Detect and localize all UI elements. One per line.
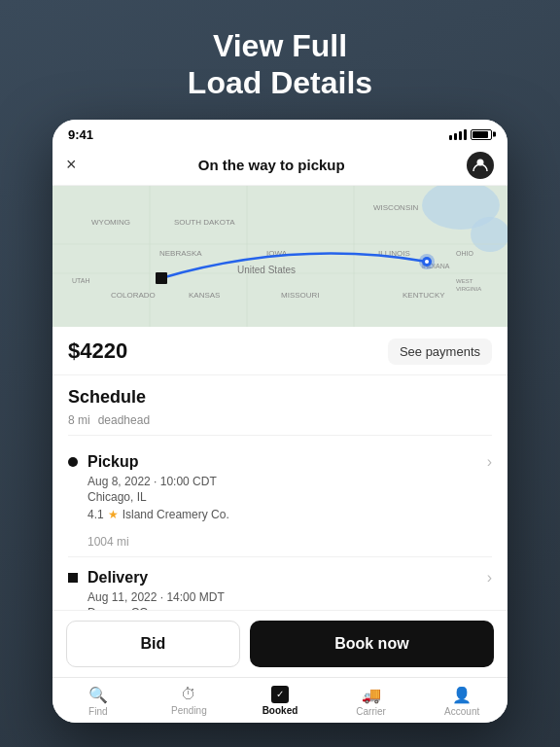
svg-text:KANSAS: KANSAS [189,291,220,300]
deadhead-row: 8 mi deadhead [68,413,492,436]
tab-pending-label: Pending [171,705,207,716]
svg-text:NEBRASKA: NEBRASKA [159,249,202,258]
booked-icon: ✓ [271,686,289,703]
tab-find-label: Find [88,706,107,717]
svg-text:WISCONSIN: WISCONSIN [373,203,418,212]
see-payments-button[interactable]: See payments [388,338,492,365]
svg-text:OHIO: OHIO [456,250,473,257]
bid-button[interactable]: Bid [66,621,240,667]
tab-carrier[interactable]: 🚚 Carrier [326,686,417,717]
status-icons [449,129,492,140]
pickup-location: Chicago, IL [88,490,492,504]
svg-text:KENTUCKY: KENTUCKY [402,291,445,300]
page-title: View Full Load Details [188,27,372,102]
pending-icon: ⏱ [181,686,196,703]
price-amount: $4220 [68,338,127,364]
deadhead-distance: 8 mi [68,413,90,427]
schedule-title: Schedule [68,387,492,408]
svg-text:WYOMING: WYOMING [91,218,130,227]
stop-divider [68,556,492,557]
pickup-star-icon: ★ [108,508,119,521]
delivery-stop[interactable]: Delivery › Aug 11, 2022 · 14:00 MDT Denv… [68,561,492,610]
profile-icon[interactable] [467,152,494,179]
signal-bars-icon [449,129,467,140]
pickup-name: Pickup [88,453,138,471]
svg-text:WEST: WEST [456,278,473,284]
status-time: 9:41 [68,127,93,142]
tab-account-label: Account [444,706,479,717]
top-nav: × On the way to pickup [52,146,508,186]
tab-carrier-label: Carrier [356,706,386,717]
battery-icon [471,129,492,140]
pickup-details: Aug 8, 2022 · 10:00 CDT Chicago, IL 4.1 … [68,475,492,521]
pickup-chevron-icon: › [487,453,492,471]
svg-point-29 [425,260,429,264]
tab-booked[interactable]: ✓ Booked [234,686,326,717]
pickup-icon [68,457,78,467]
svg-rect-26 [156,272,167,284]
pickup-rating-value: 4.1 [88,508,104,521]
status-bar: 9:41 [52,120,508,146]
map-area: WYOMING SOUTH DAKOTA WISCONSIN NEBRASKA … [52,186,508,327]
tab-booked-label: Booked [262,705,298,716]
carrier-icon: 🚚 [362,686,381,704]
svg-text:UTAH: UTAH [72,277,90,284]
content-area: $4220 See payments Schedule 8 mi deadhea… [52,327,508,610]
pickup-rating: 4.1 ★ Island Creamery Co. [88,508,492,521]
delivery-name: Delivery [88,569,148,587]
close-button[interactable]: × [66,155,77,175]
action-bar: Bid Book now [52,610,508,677]
svg-text:MISSOURI: MISSOURI [281,291,320,300]
delivery-icon [68,573,78,583]
find-icon: 🔍 [88,686,108,704]
svg-text:COLORADO: COLORADO [111,291,156,300]
distance-between-stops: 1004 mi [68,529,492,552]
delivery-details: Aug 11, 2022 · 14:00 MDT Denver, CO 4.8 … [68,590,492,610]
tab-bar: 🔍 Find ⏱ Pending ✓ Booked 🚚 Carrier 👤 Ac… [52,677,508,723]
schedule-section: Schedule 8 mi deadhead Pickup › Aug 8, 2… [52,375,508,610]
delivery-datetime: Aug 11, 2022 · 14:00 MDT [88,590,492,604]
tab-pending[interactable]: ⏱ Pending [144,686,235,717]
tab-account[interactable]: 👤 Account [416,686,508,717]
svg-text:United States: United States [237,265,296,275]
svg-text:SOUTH DAKOTA: SOUTH DAKOTA [174,218,235,227]
tab-find[interactable]: 🔍 Find [52,686,144,717]
nav-title: On the way to pickup [198,157,345,173]
pickup-stop[interactable]: Pickup › Aug 8, 2022 · 10:00 CDT Chicago… [68,445,492,529]
pickup-company: Island Creamery Co. [122,508,229,521]
pickup-datetime: Aug 8, 2022 · 10:00 CDT [88,475,492,488]
phone-frame: 9:41 × On the way to pickup [52,120,508,723]
svg-text:VIRGINIA: VIRGINIA [456,286,481,292]
deadhead-label: deadhead [98,413,150,427]
book-now-button[interactable]: Book now [250,621,494,667]
account-icon: 👤 [452,686,472,704]
delivery-chevron-icon: › [487,569,492,587]
price-row: $4220 See payments [52,327,508,375]
